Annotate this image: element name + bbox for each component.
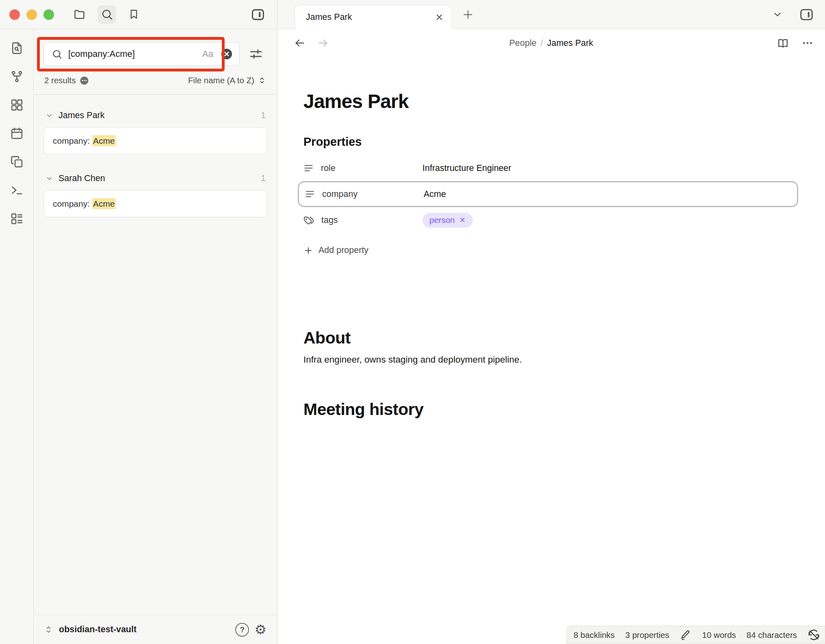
help-icon[interactable]: ?	[235, 623, 249, 637]
chevrons-up-down-icon	[43, 625, 54, 635]
result-group-header[interactable]: Sarah Chen 1	[43, 171, 267, 185]
search-panel: [company:Acme] Aa 2 results	[34, 29, 277, 644]
tab-list-chevron-icon[interactable]	[772, 9, 783, 20]
minimize-window-button[interactable]	[26, 9, 37, 20]
bookmark-icon[interactable]	[128, 9, 140, 20]
breadcrumb: People/James Park	[509, 38, 593, 48]
breadcrumb-separator: /	[541, 38, 543, 48]
results-info-icon[interactable]	[80, 76, 89, 85]
note-editor[interactable]: James Park Properties role Infrastructur…	[277, 57, 825, 644]
close-tab-icon[interactable]	[434, 12, 444, 22]
layout-list-icon[interactable]	[9, 210, 25, 227]
left-body: [company:Acme] Aa 2 results	[0, 29, 277, 644]
properties-table: role Infrastructure Engineer company Acm…	[303, 155, 801, 233]
folder-icon[interactable]	[73, 8, 86, 21]
chevrons-up-down-icon	[258, 76, 266, 85]
breadcrumb-current[interactable]: James Park	[547, 38, 593, 48]
templates-icon[interactable]	[9, 153, 25, 170]
add-property-button[interactable]: Add property	[303, 245, 801, 255]
new-tab-icon[interactable]	[461, 8, 475, 22]
property-row-role[interactable]: role Infrastructure Engineer	[303, 155, 801, 181]
vault-name: obsidian-test-vault	[59, 625, 136, 635]
settings-gear-icon[interactable]: ⚙	[254, 623, 266, 636]
search-icon[interactable]	[97, 5, 116, 24]
remove-tag-icon[interactable]	[459, 216, 466, 224]
sort-order-button[interactable]: File name (A to Z)	[188, 76, 266, 85]
navigate-forward-icon[interactable]	[317, 37, 329, 49]
properties-heading: Properties	[303, 135, 801, 149]
graph-view-icon[interactable]	[9, 68, 25, 84]
search-results-list: James Park 1 company: Acme Sarah Chen 1	[34, 95, 277, 615]
search-match-item[interactable]: company: Acme	[43, 127, 267, 154]
titlebar	[0, 0, 277, 29]
backlinks-count[interactable]: 8 backlinks	[574, 630, 615, 640]
result-match-count: 1	[261, 173, 266, 184]
word-count[interactable]: 10 words	[702, 630, 736, 640]
titlebar-toolbar	[73, 5, 140, 24]
tags-property-icon[interactable]	[303, 215, 314, 226]
calendar-icon[interactable]	[9, 125, 25, 141]
about-paragraph[interactable]: Infra engineer, owns staging and deploym…	[303, 354, 801, 365]
close-window-button[interactable]	[9, 9, 20, 20]
property-value[interactable]: Acme	[424, 189, 446, 199]
result-group-header[interactable]: James Park 1	[43, 108, 267, 122]
meeting-history-heading[interactable]: Meeting history	[303, 400, 801, 419]
tab-bar: James Park	[277, 0, 825, 29]
dashboard-icon[interactable]	[9, 97, 25, 113]
window-controls	[9, 9, 54, 20]
note-title[interactable]: James Park	[303, 90, 801, 112]
edit-mode-pencil-icon[interactable]	[680, 629, 692, 641]
properties-count[interactable]: 3 properties	[625, 630, 669, 640]
sync-disabled-icon[interactable]	[808, 629, 820, 641]
status-bar: 8 backlinks 3 properties 10 words 84 cha…	[566, 626, 825, 644]
results-count: 2 results	[44, 76, 76, 85]
search-match-item[interactable]: company: Acme	[43, 190, 267, 217]
character-count[interactable]: 84 characters	[747, 630, 797, 640]
tag-label: person	[429, 215, 455, 225]
property-value[interactable]: Infrastructure Engineer	[422, 163, 511, 173]
match-case-toggle[interactable]: Aa	[202, 49, 213, 59]
chevron-down-icon	[45, 174, 54, 183]
main-pane: James Park People/James Park Ja	[277, 0, 825, 644]
more-options-icon[interactable]	[801, 37, 814, 49]
result-group: James Park 1 company: Acme	[43, 108, 267, 154]
obsidian-window: [company:Acme] Aa 2 results	[0, 0, 825, 644]
clear-search-icon[interactable]	[221, 48, 233, 60]
search-settings-icon[interactable]	[249, 47, 263, 61]
help-glyph: ?	[240, 625, 245, 634]
toggle-left-sidebar-icon[interactable]	[250, 7, 266, 22]
zoom-window-button[interactable]	[43, 9, 54, 20]
text-property-icon[interactable]	[305, 189, 315, 199]
search-input[interactable]: [company:Acme] Aa	[43, 42, 240, 66]
toggle-right-sidebar-icon[interactable]	[799, 6, 814, 22]
search-query-text: [company:Acme]	[68, 49, 202, 59]
plus-icon	[303, 246, 313, 255]
property-key[interactable]: role	[321, 163, 336, 173]
property-key[interactable]: tags	[321, 215, 338, 225]
result-file-name: James Park	[58, 110, 105, 121]
note-header: People/James Park	[277, 29, 825, 57]
text-property-icon[interactable]	[303, 163, 314, 173]
reading-view-book-icon[interactable]	[777, 37, 789, 50]
result-group: Sarah Chen 1 company: Acme	[43, 171, 267, 217]
results-header: 2 results File name (A to Z)	[44, 76, 266, 85]
property-key[interactable]: company	[322, 189, 357, 199]
about-heading[interactable]: About	[303, 328, 801, 348]
tag-pill-person[interactable]: person	[422, 213, 473, 228]
breadcrumb-parent[interactable]: People	[509, 38, 537, 48]
file-search-icon[interactable]	[9, 40, 25, 56]
ribbon	[0, 29, 34, 644]
navigate-back-icon[interactable]	[294, 37, 306, 49]
match-text: company:	[53, 199, 92, 208]
tab-title: James Park	[306, 12, 434, 22]
match-text: company:	[53, 136, 92, 145]
match-highlight: Acme	[92, 198, 116, 209]
vault-switcher[interactable]: obsidian-test-vault ? ⚙	[34, 615, 277, 644]
tab-james-park[interactable]: James Park	[294, 5, 452, 29]
terminal-icon[interactable]	[9, 182, 25, 198]
add-property-label: Add property	[318, 245, 368, 255]
left-sidebar: [company:Acme] Aa 2 results	[0, 0, 277, 644]
property-row-company[interactable]: company Acme	[298, 181, 798, 207]
magnifier-icon	[52, 49, 63, 60]
property-row-tags[interactable]: tags person	[303, 207, 801, 233]
